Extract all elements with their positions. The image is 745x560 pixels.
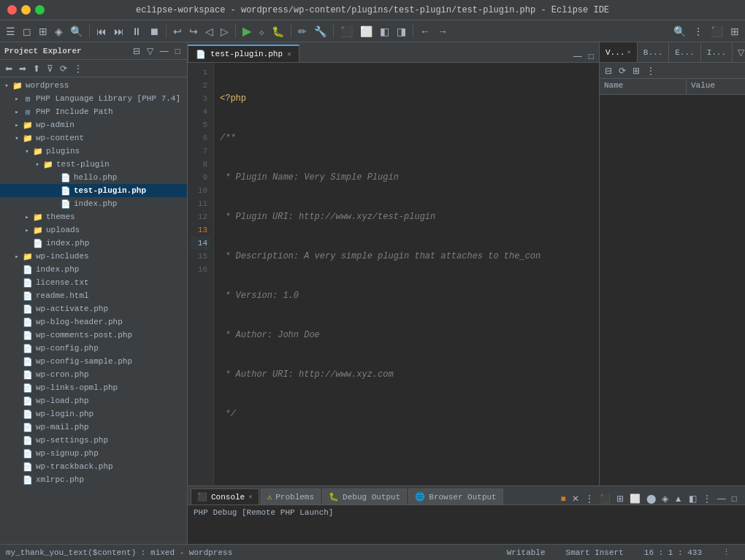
tree-item-test-plugin-folder[interactable]: ▾ 📁 test-plugin [0, 158, 187, 171]
tree-item-index-php-plugin[interactable]: 📄 index.php [0, 197, 187, 210]
tree-item-license[interactable]: 📄 license.txt [0, 276, 187, 289]
console-btn-9[interactable]: ◧ [687, 493, 699, 505]
tree-item-index-php-root[interactable]: 📄 index.php [0, 263, 187, 276]
tree-item-wp-login[interactable]: 📄 wp-login.php [0, 407, 187, 421]
tree-menu-btn[interactable]: ⋮ [72, 63, 85, 74]
toolbar-btn-6[interactable]: ⏮ [93, 24, 110, 39]
rp-tab-expressions[interactable]: E... [669, 42, 700, 62]
tree-sync-btn[interactable]: ⟳ [58, 63, 69, 74]
console-tab-debug-output[interactable]: 🐛 Debug Output [322, 488, 407, 505]
toolbar-btn-21[interactable]: ← [417, 24, 433, 39]
vars-refresh[interactable]: ⟳ [616, 65, 628, 77]
toolbar-btn-25[interactable]: ⊞ [727, 24, 742, 39]
toolbar-btn-20[interactable]: ◨ [394, 24, 409, 39]
console-tab-browser-output[interactable]: 🌐 Browser Output [408, 488, 503, 505]
toolbar-btn-7[interactable]: ⏭ [111, 24, 127, 39]
right-panel-menu[interactable]: ▽ [736, 47, 745, 58]
tree-item-test-plugin-php[interactable]: 📄 test-plugin.php [0, 184, 187, 197]
toolbar-btn-18[interactable]: ⬜ [357, 24, 375, 39]
toolbar-btn-16[interactable]: 🔧 [311, 24, 329, 39]
panel-maximize-btn[interactable]: □ [173, 45, 183, 57]
rp-tab-variables-close[interactable]: ✕ [627, 48, 630, 56]
rp-tab-info[interactable]: I... [701, 42, 733, 62]
toolbar-btn-13[interactable]: ▷ [218, 24, 232, 39]
code-content[interactable]: <?php /** * Plugin Name: Very Simple Plu… [214, 63, 599, 486]
toolbar-btn-10[interactable]: ↩ [170, 24, 185, 39]
toolbar-btn-5[interactable]: 🔍 [67, 24, 85, 39]
tree-item-wp-activate[interactable]: 📄 wp-activate.php [0, 302, 187, 315]
toolbar-btn-17[interactable]: ⬛ [337, 24, 356, 39]
vars-collapse-all[interactable]: ⊟ [603, 65, 614, 77]
tree-item-readme[interactable]: 📄 readme.html [0, 289, 187, 302]
tree-item-wp-comments-post[interactable]: 📄 wp-comments-post.php [0, 329, 187, 342]
toolbar-btn-4[interactable]: ◈ [52, 24, 66, 39]
console-tab-problems[interactable]: ⚠ Problems [261, 488, 321, 505]
tree-item-hello-php[interactable]: 📄 hello.php [0, 171, 187, 184]
tree-item-themes[interactable]: ▸ 📁 themes [0, 210, 187, 223]
toolbar-btn-9[interactable]: ⏹ [146, 24, 162, 39]
tab-test-plugin-php[interactable]: 📄 test-plugin.php ✕ [188, 45, 299, 62]
tree-item-wp-cron[interactable]: 📄 wp-cron.php [0, 368, 187, 381]
tree-item-wp-load[interactable]: 📄 wp-load.php [0, 394, 187, 407]
console-tab-close[interactable]: ✕ [248, 493, 252, 501]
tree-item-wp-admin[interactable]: ▸ 📁 wp-admin [0, 118, 187, 131]
tree-item-uploads[interactable]: ▸ 📁 uploads [0, 223, 187, 237]
project-tree[interactable]: ▾ 📁 wordpress ▸ ⊞ PHP Language Library [… [0, 77, 187, 544]
tree-forward-btn[interactable]: ➡ [17, 63, 28, 74]
console-minimize-btn[interactable]: — [715, 493, 728, 505]
rp-tab-breakpoints[interactable]: B... [638, 42, 669, 62]
collapse-all-btn[interactable]: ⊟ [131, 45, 142, 57]
console-btn-3[interactable]: ⬛ [597, 493, 613, 505]
tree-item-php-include-path[interactable]: ▸ ⊞ PHP Include Path [0, 105, 187, 118]
tree-item-wp-trackback[interactable]: 📄 wp-trackback.php [0, 460, 187, 473]
search-btn[interactable]: 🔍 [670, 24, 689, 39]
console-maximize-btn[interactable]: □ [730, 493, 739, 505]
toolbar-btn-12[interactable]: ◁ [202, 24, 216, 39]
tab-maximize-btn[interactable]: □ [587, 50, 596, 62]
tree-item-wp-content[interactable]: ▾ 📁 wp-content [0, 131, 187, 145]
tree-item-wp-links-opml[interactable]: 📄 wp-links-opml.php [0, 381, 187, 394]
close-button[interactable] [7, 5, 17, 15]
console-btn-8[interactable]: ▲ [672, 493, 685, 505]
console-stop-btn[interactable]: ■ [559, 493, 568, 505]
tree-filter-btn[interactable]: ⊽ [45, 63, 56, 74]
tree-item-wp-mail[interactable]: 📄 wp-mail.php [0, 421, 187, 434]
tab-minimize-btn[interactable]: — [571, 50, 584, 62]
tree-item-wp-signup[interactable]: 📄 wp-signup.php [0, 447, 187, 460]
tree-item-php-lang-lib[interactable]: ▸ ⊞ PHP Language Library [PHP 7.4] [0, 92, 187, 105]
vars-menu[interactable]: ⋮ [644, 65, 657, 77]
tree-item-wordpress[interactable]: ▾ 📁 wordpress [0, 79, 187, 92]
toolbar-btn-15[interactable]: ✏ [295, 24, 310, 39]
code-editor[interactable]: 1 2 3 4 5 6 7 8 9 10 11 12 13 14 [188, 63, 599, 486]
rp-tab-variables[interactable]: V... ✕ [600, 42, 638, 62]
console-btn-4[interactable]: ⊞ [614, 493, 626, 505]
console-btn-5[interactable]: ⬜ [627, 493, 643, 505]
tree-item-wp-config[interactable]: 📄 wp-config.php [0, 342, 187, 355]
toolbar-btn-2[interactable]: ◻ [20, 24, 34, 39]
tree-up-btn[interactable]: ⬆ [31, 63, 42, 74]
run-button[interactable]: ▶ [240, 23, 254, 39]
console-btn-6[interactable]: ⬤ [644, 493, 658, 505]
tree-item-xmlrpc[interactable]: 📄 xmlrpc.php [0, 473, 187, 486]
toolbar-btn-3[interactable]: ⊞ [36, 24, 50, 39]
debug-button[interactable]: 🐛 [269, 24, 287, 39]
console-tab-console[interactable]: ⬛ Console ✕ [191, 488, 259, 505]
maximize-button[interactable] [35, 5, 45, 15]
tree-item-wp-blog-header[interactable]: 📄 wp-blog-header.php [0, 315, 187, 329]
console-btn-7[interactable]: ◈ [660, 493, 670, 505]
tree-item-plugins[interactable]: ▾ 📁 plugins [0, 145, 187, 158]
toolbar-btn-11[interactable]: ↪ [186, 24, 201, 39]
tree-item-index-php-wpcontent[interactable]: 📄 index.php [0, 237, 187, 250]
console-btn-10[interactable]: ⋮ [700, 493, 714, 505]
minimize-button[interactable] [21, 5, 31, 15]
toolbar-btn-8[interactable]: ⏸ [129, 24, 145, 39]
status-menu-btn[interactable]: ⋮ [722, 548, 730, 557]
tree-item-wp-settings[interactable]: 📄 wp-settings.php [0, 434, 187, 447]
tree-item-wp-includes[interactable]: ▸ 📁 wp-includes [0, 250, 187, 263]
console-btn-1[interactable]: ✕ [570, 493, 581, 505]
vars-select-all[interactable]: ⊞ [630, 65, 642, 77]
toolbar-btn-24[interactable]: ⬛ [708, 24, 726, 39]
toolbar-btn-22[interactable]: → [435, 24, 451, 39]
tree-item-wp-config-sample[interactable]: 📄 wp-config-sample.php [0, 355, 187, 368]
panel-menu-btn[interactable]: ▽ [145, 45, 156, 57]
